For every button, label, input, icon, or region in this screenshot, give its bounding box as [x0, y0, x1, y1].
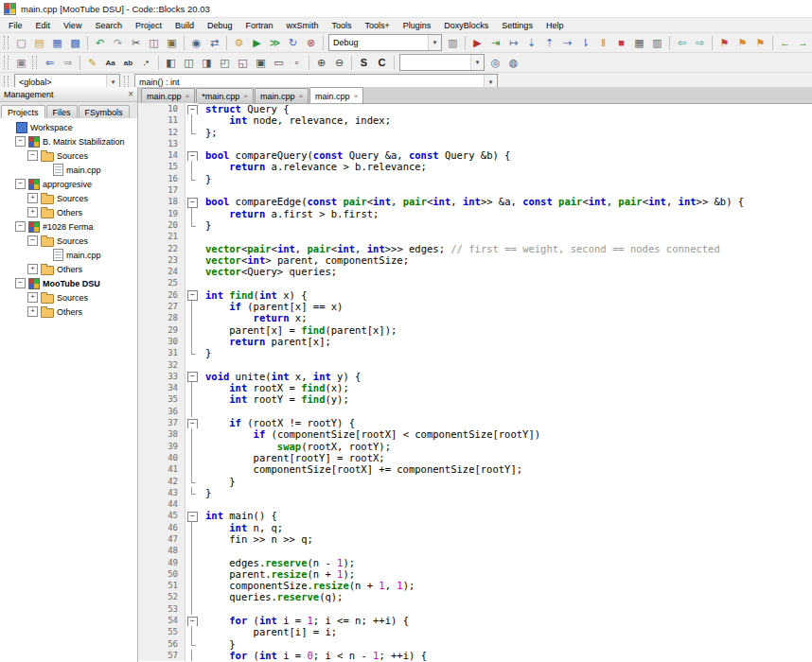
fold-collapse-icon[interactable]: −: [187, 512, 198, 522]
fold-collapse-icon[interactable]: −: [187, 290, 198, 301]
sidebar-tab-fsymbols[interactable]: FSymbols: [79, 105, 130, 118]
close-tab-icon[interactable]: ×: [243, 93, 248, 100]
menu-item-build[interactable]: Build: [168, 20, 201, 31]
wxsmith-code-icon[interactable]: C: [373, 55, 391, 71]
code-line[interactable]: 25: [138, 277, 812, 288]
abort-build-icon[interactable]: ▣: [12, 55, 30, 71]
debug-continue-icon[interactable]: ▶: [468, 35, 486, 51]
menu-item-search[interactable]: Search: [88, 20, 129, 31]
run-to-cursor-icon[interactable]: ⇥: [486, 35, 504, 51]
step-into-icon[interactable]: ⇣: [522, 35, 540, 51]
close-tab-icon[interactable]: ×: [298, 93, 303, 100]
menu-item-help[interactable]: Help: [539, 20, 571, 31]
toggle-bookmark-icon[interactable]: ⚑: [715, 35, 733, 51]
incremental-search-input[interactable]: ▾: [399, 54, 485, 71]
menu-item-settings[interactable]: Settings: [495, 20, 539, 31]
code-line[interactable]: 21: [138, 231, 812, 242]
zoom-in-icon[interactable]: ⊕: [312, 55, 330, 71]
tree-item[interactable]: +Others: [0, 305, 137, 319]
code-line[interactable]: 46 int n, q;: [138, 522, 812, 533]
search-options-icon[interactable]: ◍: [504, 55, 522, 71]
code-line[interactable]: 34 int rootX = find(x);: [138, 382, 812, 393]
code-line[interactable]: 31}: [138, 347, 812, 358]
code-line[interactable]: 42 }: [138, 476, 812, 487]
collapse-icon[interactable]: −: [27, 150, 38, 161]
code-line[interactable]: 35 int rootY = find(y);: [138, 393, 812, 405]
undo-icon[interactable]: ↶: [91, 35, 109, 51]
fold-collapse-icon[interactable]: −: [187, 372, 198, 382]
copy-icon[interactable]: ◫: [145, 35, 163, 51]
code-line[interactable]: 11 int node, relevance, index;: [138, 114, 812, 126]
open-file-icon[interactable]: ▤: [30, 35, 48, 51]
menu-item-doxyblocks[interactable]: DoxyBlocks: [437, 20, 495, 31]
tree-item[interactable]: −Sources: [0, 148, 137, 163]
code-line[interactable]: 38 if (componentSize[rootX] < componentS…: [138, 428, 812, 440]
code-line[interactable]: 15 return a.relevance > b.relevance;: [138, 161, 812, 172]
menu-item-tools[interactable]: Tools: [326, 20, 359, 31]
align-left-icon[interactable]: ◧: [162, 55, 180, 71]
code-line[interactable]: 45−int main() {: [138, 510, 812, 521]
code-line[interactable]: 37− if (rootX != rootY) {: [138, 417, 812, 428]
code-line[interactable]: 50 parent.resize(n + 1);: [138, 568, 812, 580]
tree-item[interactable]: −B. Matrix Stabilization: [0, 134, 137, 148]
fold-collapse-icon[interactable]: −: [187, 151, 198, 162]
tree-item[interactable]: main.cpp: [0, 163, 137, 177]
chevron-down-icon[interactable]: ▾: [470, 55, 484, 70]
whole-word-icon[interactable]: ab: [119, 55, 137, 71]
save-icon[interactable]: ▦: [48, 35, 66, 51]
code-line[interactable]: 26−int find(int x) {: [138, 289, 812, 301]
code-line[interactable]: 10−struct Query {: [138, 103, 812, 114]
fold-collapse-icon[interactable]: −: [187, 617, 198, 627]
tree-item[interactable]: +Others: [0, 205, 137, 219]
code-line[interactable]: 48: [138, 545, 812, 556]
collapse-icon[interactable]: −: [15, 136, 26, 147]
code-line[interactable]: 54− for (int i = 1; i <= n; ++i) {: [138, 615, 812, 626]
tree-item[interactable]: +Others: [0, 262, 137, 276]
fold-collapse-icon[interactable]: −: [187, 105, 198, 115]
redo-icon[interactable]: ↷: [109, 35, 127, 51]
close-tab-icon[interactable]: ×: [185, 93, 190, 100]
cut-icon[interactable]: ✂: [127, 35, 145, 51]
debugging-windows-icon[interactable]: ▦: [630, 35, 648, 51]
new-file-icon[interactable]: ▢: [12, 35, 30, 51]
step-into-instruction-icon[interactable]: ⇂: [576, 35, 594, 51]
border-box-icon[interactable]: ▭: [270, 55, 288, 71]
run-icon[interactable]: ▶: [248, 35, 266, 51]
code-line[interactable]: 39 swap(rootX, rootY);: [138, 441, 812, 452]
close-tab-icon[interactable]: ×: [354, 93, 359, 100]
code-line[interactable]: 47 fin >> n >> q;: [138, 533, 812, 545]
zoom-out-icon[interactable]: ⊖: [330, 55, 348, 71]
fortran-prev-icon[interactable]: ←: [776, 35, 794, 51]
highlight-occurrences-icon[interactable]: ✎: [83, 55, 101, 71]
menu-item-project[interactable]: Project: [129, 20, 168, 31]
code-line[interactable]: 44: [138, 498, 812, 510]
collapse-icon[interactable]: −: [15, 278, 26, 288]
save-all-icon[interactable]: ▩: [66, 35, 84, 51]
code-line[interactable]: 41 componentSize[rootX] += componentSize…: [138, 463, 812, 475]
align-center-h-icon[interactable]: ◫: [180, 55, 198, 71]
tree-item[interactable]: +Sources: [0, 191, 137, 205]
debug-info-icon[interactable]: ▥: [648, 35, 666, 51]
build-icon[interactable]: ⚙: [230, 35, 248, 51]
tree-item[interactable]: −MooTube DSU: [0, 276, 137, 290]
find-icon[interactable]: ◉: [187, 35, 205, 51]
next-bookmark-icon[interactable]: ⚑: [751, 35, 769, 51]
menu-item-tools[interactable]: Tools+: [359, 20, 397, 31]
code-line[interactable]: 55 parent[i] = i;: [138, 626, 812, 637]
editor-tab[interactable]: main.cpp×: [255, 88, 309, 103]
code-line[interactable]: 17: [138, 184, 812, 196]
expand-icon[interactable]: +: [27, 306, 38, 317]
stretch-box-icon[interactable]: ▫: [288, 55, 306, 71]
jump-back-icon[interactable]: ⇐: [41, 55, 59, 71]
code-line[interactable]: 16}: [138, 173, 812, 184]
compiler-options-icon[interactable]: ▥: [444, 35, 462, 51]
code-line[interactable]: 12};: [138, 127, 812, 138]
rebuild-icon[interactable]: ↻: [284, 35, 302, 51]
abort-icon[interactable]: ⊗: [302, 35, 320, 51]
code-line[interactable]: 33−void unite(int x, int y) {: [138, 371, 812, 382]
collapse-icon[interactable]: −: [15, 179, 26, 189]
code-line[interactable]: 14−bool compareQuery(const Query &a, con…: [138, 149, 812, 161]
center-box-icon[interactable]: ▣: [252, 55, 270, 71]
browse-forward-icon[interactable]: ⇨: [691, 35, 709, 51]
tree-item[interactable]: +Sources: [0, 290, 137, 305]
